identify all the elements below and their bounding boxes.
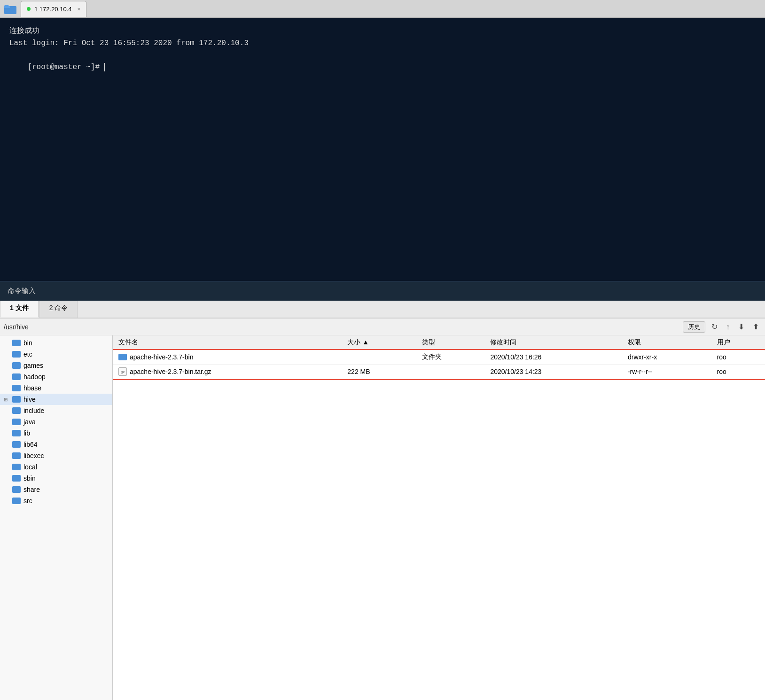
tree-item-label: bin bbox=[23, 339, 32, 347]
file-type-cell: 文件夹 bbox=[416, 350, 484, 365]
folder-icon-share bbox=[12, 486, 21, 493]
file-table: 文件名 大小 ▲ 类型 修改时间 权限 bbox=[113, 335, 765, 379]
history-button[interactable]: 历史 bbox=[683, 321, 705, 333]
folder-type-icon bbox=[118, 354, 127, 360]
svg-rect-2 bbox=[4, 5, 9, 8]
upload-button[interactable]: ⬆ bbox=[750, 321, 761, 332]
gz-type-icon: gz bbox=[118, 367, 127, 376]
folder-icon-src bbox=[12, 498, 21, 504]
tree-item-lib[interactable]: lib bbox=[0, 428, 112, 439]
terminal-line-3: [root@master ~]# bbox=[9, 49, 756, 86]
tree-item-label: hive bbox=[23, 396, 36, 403]
col-modified[interactable]: 修改时间 bbox=[484, 335, 622, 350]
tree-panel: bin etc games hadoop hbase bbox=[0, 335, 113, 700]
tab-bar: 1 172.20.10.4 × bbox=[0, 0, 765, 18]
tree-item-label: lib bbox=[23, 429, 30, 437]
folder-icon-lib64 bbox=[12, 441, 21, 448]
cmd-input-bar: 命令输入 bbox=[0, 281, 765, 301]
current-path: /usr/hive bbox=[4, 323, 679, 331]
col-user[interactable]: 用户 bbox=[711, 335, 765, 350]
tree-item-sbin[interactable]: sbin bbox=[0, 473, 112, 484]
folder-icon-sbin bbox=[12, 475, 21, 482]
file-name-cell: apache-hive-2.3.7-bin bbox=[113, 350, 342, 365]
tree-item-label: libexec bbox=[23, 452, 44, 459]
tree-item-label: share bbox=[23, 486, 40, 493]
col-filename[interactable]: 文件名 bbox=[113, 335, 342, 350]
folder-icon-bin bbox=[12, 340, 21, 346]
file-list-panel: 文件名 大小 ▲ 类型 修改时间 权限 bbox=[113, 335, 765, 700]
tree-item-label: local bbox=[23, 463, 37, 471]
tree-item-label: sbin bbox=[23, 474, 36, 482]
file-size-cell bbox=[342, 350, 416, 365]
tree-item-label: src bbox=[23, 497, 32, 505]
refresh-button[interactable]: ↻ bbox=[709, 321, 720, 332]
file-permissions-cell: -rw-r--r-- bbox=[622, 365, 711, 379]
folder-icon-hbase bbox=[12, 385, 21, 391]
file-name-cell: gz apache-hive-2.3.7-bin.tar.gz bbox=[113, 365, 342, 379]
table-row[interactable]: gz apache-hive-2.3.7-bin.tar.gz 222 MB 2… bbox=[113, 365, 765, 379]
col-type[interactable]: 类型 bbox=[416, 335, 484, 350]
close-tab-button[interactable]: × bbox=[78, 6, 80, 12]
file-modified-cell: 2020/10/23 14:23 bbox=[484, 365, 622, 379]
col-permissions[interactable]: 权限 bbox=[622, 335, 711, 350]
tree-item-etc[interactable]: etc bbox=[0, 349, 112, 360]
tree-item-hadoop[interactable]: hadoop bbox=[0, 371, 112, 382]
tree-item-include[interactable]: include bbox=[0, 405, 112, 416]
folder-icon-java bbox=[12, 419, 21, 425]
tree-item-bin[interactable]: bin bbox=[0, 337, 112, 349]
file-modified-cell: 2020/10/23 16:26 bbox=[484, 350, 622, 365]
terminal-line-2: Last login: Fri Oct 23 16:55:23 2020 fro… bbox=[9, 38, 756, 50]
download-button[interactable]: ⬇ bbox=[736, 321, 747, 332]
col-size[interactable]: 大小 ▲ bbox=[342, 335, 416, 350]
tree-item-label: include bbox=[23, 407, 44, 414]
tree-item-share[interactable]: share bbox=[0, 484, 112, 495]
terminal-prompt: [root@master ~]# bbox=[27, 63, 104, 71]
tree-item-games[interactable]: games bbox=[0, 360, 112, 371]
connection-dot bbox=[27, 7, 31, 11]
expand-icon: ⊞ bbox=[4, 397, 9, 402]
folder-icon-hive bbox=[12, 396, 21, 403]
cmd-input-label: 命令输入 bbox=[8, 287, 36, 296]
path-bar: /usr/hive 历史 ↻ ↑ ⬇ ⬆ bbox=[0, 319, 765, 335]
folder-icon[interactable] bbox=[2, 0, 19, 17]
tree-item-label: etc bbox=[23, 350, 32, 358]
table-row[interactable]: apache-hive-2.3.7-bin 文件夹 2020/10/23 16:… bbox=[113, 350, 765, 365]
folder-icon-games bbox=[12, 362, 21, 369]
tree-item-local[interactable]: local bbox=[0, 461, 112, 473]
table-header-row: 文件名 大小 ▲ 类型 修改时间 权限 bbox=[113, 335, 765, 350]
file-user-cell: roo bbox=[711, 350, 765, 365]
file-browser: bin etc games hadoop hbase bbox=[0, 335, 765, 700]
tree-item-src[interactable]: src bbox=[0, 495, 112, 506]
bottom-panel: 1 文件 2 命令 /usr/hive 历史 ↻ ↑ ⬇ ⬆ bin etc bbox=[0, 301, 765, 700]
tree-item-label: hbase bbox=[23, 384, 41, 392]
ssh-tab[interactable]: 1 172.20.10.4 × bbox=[21, 1, 86, 17]
terminal-line-1: 连接成功 bbox=[9, 25, 756, 38]
folder-icon-local bbox=[12, 464, 21, 470]
file-user-cell: roo bbox=[711, 365, 765, 379]
tree-item-libexec[interactable]: libexec bbox=[0, 450, 112, 461]
tree-item-label: java bbox=[23, 418, 36, 426]
folder-icon-etc bbox=[12, 351, 21, 358]
file-type-cell bbox=[416, 365, 484, 379]
tab-commands[interactable]: 2 命令 bbox=[39, 301, 78, 318]
tree-item-java[interactable]: java bbox=[0, 416, 112, 428]
panel-tabs: 1 文件 2 命令 bbox=[0, 301, 765, 319]
tree-item-hive[interactable]: ⊞ hive bbox=[0, 394, 112, 405]
file-size-cell: 222 MB bbox=[342, 365, 416, 379]
terminal-area[interactable]: 连接成功 Last login: Fri Oct 23 16:55:23 202… bbox=[0, 18, 765, 281]
terminal-cursor bbox=[104, 63, 105, 71]
up-button[interactable]: ↑ bbox=[724, 322, 732, 332]
folder-icon-hadoop bbox=[12, 373, 21, 380]
tree-item-hbase[interactable]: hbase bbox=[0, 382, 112, 394]
folder-icon-libexec bbox=[12, 452, 21, 459]
tab-files[interactable]: 1 文件 bbox=[0, 301, 39, 318]
tree-item-label: lib64 bbox=[23, 441, 38, 448]
tree-item-lib64[interactable]: lib64 bbox=[0, 439, 112, 450]
folder-icon-include bbox=[12, 407, 21, 414]
folder-icon-lib bbox=[12, 430, 21, 436]
tree-item-label: hadoop bbox=[23, 373, 46, 381]
file-permissions-cell: drwxr-xr-x bbox=[622, 350, 711, 365]
tree-item-label: games bbox=[23, 362, 43, 369]
tab-label: 1 172.20.10.4 bbox=[34, 6, 72, 13]
